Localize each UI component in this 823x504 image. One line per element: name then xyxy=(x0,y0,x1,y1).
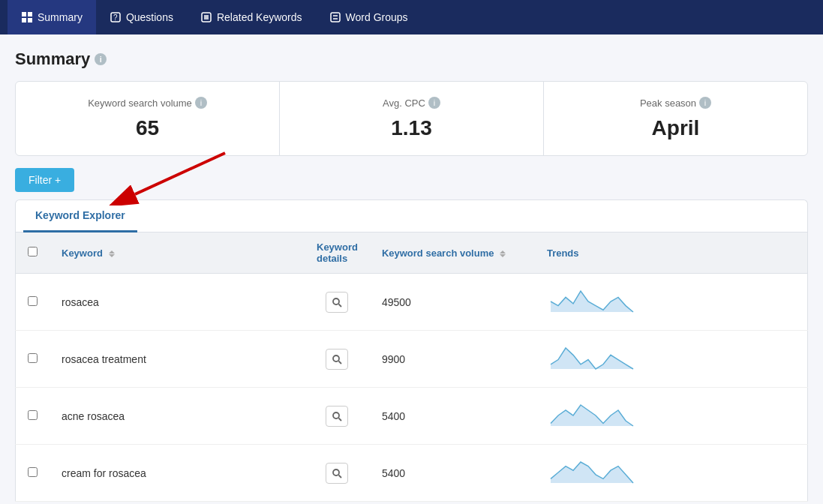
row-trends xyxy=(535,388,808,445)
th-keyword-search-volume[interactable]: Keyword search volume xyxy=(370,232,535,274)
tab-keyword-explorer[interactable]: Keyword Explorer xyxy=(23,200,137,232)
svg-text:?: ? xyxy=(113,14,118,22)
svg-point-14 xyxy=(333,298,339,304)
top-navigation: Summary ? Questions Related Keywords Wor… xyxy=(0,0,823,34)
stat-label-peak-season: Peak season i xyxy=(562,97,789,109)
row-checkbox[interactable] xyxy=(28,467,38,477)
svg-rect-2 xyxy=(22,18,26,22)
svg-point-20 xyxy=(333,412,339,418)
row-keyword: rosacea treatment xyxy=(50,331,305,388)
stat-info-icon-search-volume[interactable]: i xyxy=(195,97,207,109)
nav-label-summary: Summary xyxy=(38,11,83,23)
row-checkbox-cell xyxy=(16,388,50,445)
page-title-text: Summary xyxy=(15,50,90,69)
row-trends xyxy=(535,445,808,502)
row-trends xyxy=(535,331,808,388)
svg-line-24 xyxy=(339,475,342,478)
stat-label-avg-cpc: Avg. CPC i xyxy=(298,97,525,109)
th-select-all xyxy=(16,232,50,274)
tabs: Keyword Explorer xyxy=(16,200,807,232)
stat-value-search-volume: 65 xyxy=(34,116,261,140)
table-body: rosacea49500rosacea treatment9900acne ro… xyxy=(16,274,808,502)
page-title-info-icon[interactable]: i xyxy=(95,53,107,65)
filter-section: Filter + xyxy=(15,168,808,200)
nav-item-questions[interactable]: ? Questions xyxy=(96,0,187,34)
row-trends xyxy=(535,274,808,331)
th-keyword[interactable]: Keyword xyxy=(50,232,305,274)
row-checkbox-cell xyxy=(16,274,50,331)
svg-marker-22 xyxy=(551,405,633,426)
stat-info-icon-avg-cpc[interactable]: i xyxy=(428,97,440,109)
svg-marker-25 xyxy=(551,462,633,483)
th-trends: Trends xyxy=(535,232,808,274)
svg-rect-3 xyxy=(28,18,32,22)
stat-card-search-volume: Keyword search volume i 65 xyxy=(16,82,280,155)
grid-icon xyxy=(21,11,33,23)
page-title: Summary i xyxy=(15,50,808,69)
stat-value-avg-cpc: 1.13 xyxy=(298,116,525,140)
keyword-search-button[interactable] xyxy=(326,292,348,313)
svg-rect-10 xyxy=(331,13,340,22)
tab-area: Keyword Explorer xyxy=(15,200,808,232)
keyword-search-button[interactable] xyxy=(326,349,348,370)
question-icon: ? xyxy=(110,11,122,23)
th-keyword-details: Keyword details xyxy=(305,232,370,274)
row-volume: 9900 xyxy=(370,331,535,388)
nav-item-word-groups[interactable]: Word Groups xyxy=(316,0,422,34)
page-content: Summary i Keyword search volume i 65 Avg… xyxy=(0,34,823,502)
row-keyword: rosacea xyxy=(50,274,305,331)
svg-rect-0 xyxy=(22,12,26,16)
row-keyword: acne rosacea xyxy=(50,388,305,445)
filter-button[interactable]: Filter + xyxy=(15,168,74,192)
table-row: acne rosacea5400 xyxy=(16,388,808,445)
tag-icon xyxy=(329,11,341,23)
svg-rect-1 xyxy=(28,12,32,16)
svg-line-21 xyxy=(339,418,342,421)
row-volume: 5400 xyxy=(370,388,535,445)
keyword-sort-icon xyxy=(109,250,115,257)
nav-label-related-keywords: Related Keywords xyxy=(217,11,302,23)
table-row: rosacea49500 xyxy=(16,274,808,331)
row-volume: 49500 xyxy=(370,274,535,331)
svg-marker-16 xyxy=(551,291,633,312)
select-all-checkbox[interactable] xyxy=(28,247,38,256)
stats-row: Keyword search volume i 65 Avg. CPC i 1.… xyxy=(15,81,808,156)
volume-sort-icon xyxy=(500,250,506,257)
row-keyword-details xyxy=(305,445,370,502)
stat-card-avg-cpc: Avg. CPC i 1.13 xyxy=(280,82,544,155)
svg-line-18 xyxy=(339,361,342,364)
nav-item-related-keywords[interactable]: Related Keywords xyxy=(187,0,316,34)
row-keyword-details xyxy=(305,331,370,388)
keyword-search-button[interactable] xyxy=(326,463,348,484)
nav-label-questions: Questions xyxy=(126,11,173,23)
svg-point-17 xyxy=(333,356,339,362)
row-checkbox-cell xyxy=(16,331,50,388)
nav-item-summary[interactable]: Summary xyxy=(8,0,96,34)
stat-info-icon-peak-season[interactable]: i xyxy=(699,97,711,109)
list-icon xyxy=(200,11,212,23)
svg-line-15 xyxy=(339,304,342,307)
row-keyword-details xyxy=(305,274,370,331)
row-checkbox[interactable] xyxy=(28,296,38,306)
table-row: cream for rosacea5400 xyxy=(16,445,808,502)
table-row: rosacea treatment9900 xyxy=(16,331,808,388)
keyword-table: Keyword Keyword details Keyword search v… xyxy=(15,232,808,502)
table-header-row: Keyword Keyword details Keyword search v… xyxy=(16,232,808,274)
row-keyword: cream for rosacea xyxy=(50,445,305,502)
stat-card-peak-season: Peak season i April xyxy=(544,82,807,155)
row-volume: 5400 xyxy=(370,445,535,502)
stat-label-search-volume: Keyword search volume i xyxy=(34,97,261,109)
stat-value-peak-season: April xyxy=(562,116,789,140)
keyword-search-button[interactable] xyxy=(326,406,348,427)
nav-label-word-groups: Word Groups xyxy=(346,11,408,23)
row-checkbox[interactable] xyxy=(28,410,38,420)
row-checkbox-cell xyxy=(16,445,50,502)
row-keyword-details xyxy=(305,388,370,445)
svg-point-23 xyxy=(333,470,339,476)
row-checkbox[interactable] xyxy=(28,353,38,363)
